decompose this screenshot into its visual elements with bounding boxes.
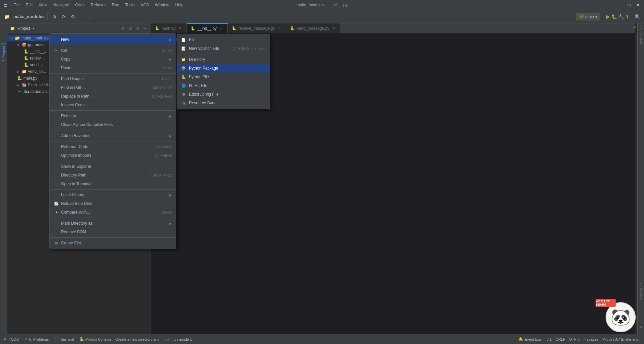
ctx-remove-bom[interactable]: Remove BOM bbox=[50, 228, 176, 236]
branch-selector[interactable]: 🌿 main ▾ bbox=[576, 13, 600, 20]
panel-favorites[interactable]: 2: Favorites bbox=[638, 279, 643, 302]
sub-resource-bundle[interactable]: 📎 Resource Bundle bbox=[177, 99, 270, 107]
build-button[interactable]: 🔨 bbox=[618, 14, 624, 19]
menu-edit[interactable]: Edit bbox=[23, 2, 35, 8]
tab-main-py[interactable]: 🐍 main.py ✕ bbox=[151, 23, 187, 33]
ctx-find-path[interactable]: Find in Path... Ctrl+Shift+F bbox=[50, 83, 176, 92]
ctx-new-label: New bbox=[61, 37, 69, 42]
menu-view[interactable]: View bbox=[36, 2, 50, 8]
ctx-show-explorer-label: Show in Explorer bbox=[61, 164, 91, 169]
event-log-button[interactable]: 🔔 Event Log bbox=[517, 336, 543, 342]
locate-file-button[interactable]: ⊕ bbox=[120, 25, 126, 31]
collapse-button[interactable]: ─ bbox=[78, 13, 86, 21]
ctx-refactor[interactable]: Refactor ▶ bbox=[50, 112, 176, 120]
ctx-open-terminal[interactable]: ⬛ Open in Terminal bbox=[50, 180, 176, 188]
ctx-reload[interactable]: 🔄 Reload from Disk bbox=[50, 199, 176, 208]
menu-run[interactable]: Run bbox=[109, 2, 122, 8]
ctx-new[interactable]: New ▶ bbox=[50, 35, 176, 44]
sub-python-file[interactable]: 🐍 Python File bbox=[177, 73, 270, 81]
debug-button[interactable]: 🐛 bbox=[611, 14, 617, 19]
tab-main-close[interactable]: ✕ bbox=[178, 26, 182, 31]
ctx-cut[interactable]: ✂ Cut Ctrl+X bbox=[50, 46, 176, 55]
py-icon: 🐍 bbox=[23, 49, 29, 54]
ctx-show-explorer[interactable]: Show in Explorer bbox=[50, 162, 176, 171]
panel-label-project[interactable]: 1: Project bbox=[1, 43, 6, 64]
python-package-icon: 📦 bbox=[181, 66, 186, 71]
ctx-paste[interactable]: Paste Ctrl+V bbox=[50, 64, 176, 72]
ctx-add-favorites[interactable]: Add to Favorites ▶ bbox=[50, 131, 176, 140]
terminal-button[interactable]: ⬛ Terminal bbox=[53, 336, 75, 342]
sub-html-file[interactable]: 🌐 HTML File bbox=[177, 81, 270, 90]
sub-scratch[interactable]: 📝 New Scratch File Ctrl+Alt+Shift+Insert bbox=[177, 44, 270, 53]
ctx-sep-5 bbox=[50, 141, 176, 141]
ctx-mark-dir[interactable]: Mark Directory as ▶ bbox=[50, 219, 176, 228]
maximize-button[interactable]: ▭ bbox=[625, 2, 632, 8]
run-button[interactable]: ▶ bbox=[606, 13, 610, 20]
folder-icon: 📂 bbox=[15, 35, 20, 41]
menu-tools[interactable]: Tools bbox=[123, 2, 137, 8]
folder-icon: 📁 bbox=[21, 69, 27, 74]
find-path-shortcut: Ctrl+Shift+F bbox=[152, 86, 172, 90]
ctx-find-usages[interactable]: Find Usages Alt+F7 bbox=[50, 75, 176, 83]
ctx-compare-label: Compare With... bbox=[61, 210, 90, 215]
problems-label: 6: Problems bbox=[29, 337, 49, 341]
ctx-copy[interactable]: Copy ▶ bbox=[50, 55, 176, 64]
menu-code[interactable]: Code bbox=[72, 2, 87, 8]
ctx-reformat[interactable]: Reformat Code Ctrl+Alt+L bbox=[50, 142, 176, 151]
sub-file[interactable]: 📄 File bbox=[177, 35, 270, 44]
title-bar-left: 🖥 File Edit View Navigate Code Refactor … bbox=[3, 2, 186, 8]
ctx-create-gist-label: Create Gist... bbox=[61, 241, 85, 245]
tab-init-close[interactable]: ✕ bbox=[219, 26, 223, 31]
ctx-inspect[interactable]: Inspect Code... bbox=[50, 101, 176, 109]
project-header: 📁 Project ▾ ⊕ ⊟ ⚙ ─ bbox=[7, 23, 151, 33]
tab-receive-py[interactable]: 🐍 receive_message.py ✕ bbox=[228, 23, 286, 33]
status-left: ☑ TODO ⚠ 6: Problems ⬛ Terminal 🐍 Python… bbox=[3, 336, 514, 342]
tab-send-close[interactable]: ✕ bbox=[332, 26, 336, 31]
replace-path-shortcut: Ctrl+Shift+R bbox=[152, 94, 172, 98]
menu-file[interactable]: File bbox=[11, 2, 22, 8]
menu-window[interactable]: Window bbox=[152, 2, 172, 8]
tab-init-py[interactable]: 🐍 __init__.py ✕ bbox=[187, 23, 228, 33]
update-button[interactable]: ⬆ bbox=[625, 14, 629, 19]
menu-refactor[interactable]: Refactor bbox=[88, 2, 109, 8]
ctx-local-history[interactable]: Local History ▶ bbox=[50, 191, 176, 199]
ctx-dir-path[interactable]: Directory Path Ctrl+Alt+F12 bbox=[50, 171, 176, 180]
sub-editor-config[interactable]: ⚙ EditorConfig File bbox=[177, 90, 270, 99]
star-icon[interactable]: ★ bbox=[638, 322, 643, 331]
ctx-compare[interactable]: ✦ Compare With... Ctrl+D bbox=[50, 208, 176, 217]
ctx-replace-path[interactable]: Replace in Path... Ctrl+Shift+R bbox=[50, 92, 176, 101]
tab-receive-close[interactable]: ✕ bbox=[277, 26, 282, 31]
project-settings-button[interactable]: ⚙ bbox=[135, 25, 141, 31]
sync-button[interactable]: ⟳ bbox=[60, 13, 68, 21]
close-panel-button[interactable]: ─ bbox=[142, 25, 148, 31]
todo-button[interactable]: ☑ TODO bbox=[3, 336, 21, 342]
cut-icon: ✂ bbox=[54, 48, 59, 53]
new-file-button[interactable]: ⊕ bbox=[50, 13, 58, 21]
search-button[interactable]: 🔍 bbox=[633, 13, 641, 21]
collapse-all-button[interactable]: ⊟ bbox=[127, 25, 133, 31]
remove-bom-icon bbox=[54, 229, 59, 235]
todo-label: TODO bbox=[9, 337, 19, 341]
sub-directory[interactable]: 📁 Directory bbox=[177, 55, 270, 64]
ctx-mark-dir-label: Mark Directory as bbox=[61, 221, 92, 226]
dir-path-shortcut: Ctrl+Alt+F12 bbox=[151, 173, 172, 177]
ctx-optimize-imports[interactable]: Optimize Imports Ctrl+Alt+O bbox=[50, 151, 176, 160]
close-button[interactable]: ✕ bbox=[635, 2, 641, 8]
menu-help[interactable]: Help bbox=[173, 2, 186, 8]
minimize-button[interactable]: ─ bbox=[616, 2, 623, 8]
settings-button[interactable]: ⚙ bbox=[69, 13, 77, 21]
title-bar: 🖥 File Edit View Navigate Code Refactor … bbox=[0, 0, 644, 10]
ctx-create-gist[interactable]: ⬟ Create Gist... bbox=[50, 239, 176, 247]
ctx-refactor-label: Refactor bbox=[61, 114, 76, 118]
sub-python-package[interactable]: 📦 Python Package bbox=[177, 64, 270, 73]
dir-path-icon bbox=[54, 173, 59, 178]
menu-navigate[interactable]: Navigate bbox=[51, 2, 72, 8]
problems-button[interactable]: ⚠ 6: Problems bbox=[23, 336, 50, 342]
tab-send-py[interactable]: 🐍 send_message.py ✕ bbox=[286, 23, 340, 33]
menu-vcs[interactable]: VCS bbox=[138, 2, 152, 8]
ctx-clean-compiled[interactable]: Clean Python Compiled Files bbox=[50, 120, 176, 129]
python-console-button[interactable]: 🐍 Python Console bbox=[78, 336, 113, 342]
sub-html-label: HTML File bbox=[189, 83, 207, 88]
scratch-shortcut: Ctrl+Alt+Shift+Insert bbox=[233, 46, 266, 50]
panel-structure[interactable]: Z: Structure bbox=[638, 25, 643, 47]
